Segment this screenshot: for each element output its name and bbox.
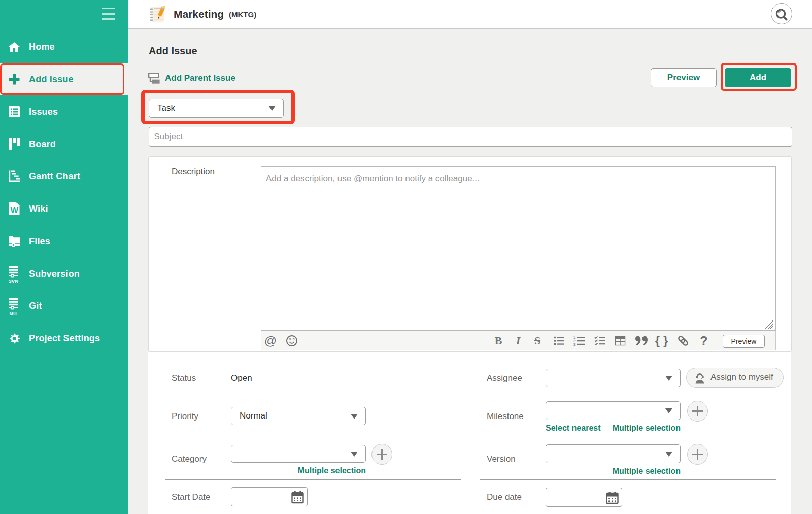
svg-text:SVN: SVN bbox=[9, 278, 19, 283]
svg-text:W: W bbox=[11, 206, 19, 215]
svg-text:2: 2 bbox=[573, 339, 576, 343]
svg-text:1: 1 bbox=[573, 336, 576, 339]
svg-text:3: 3 bbox=[573, 343, 576, 346]
svg-text:GIT: GIT bbox=[10, 310, 18, 316]
